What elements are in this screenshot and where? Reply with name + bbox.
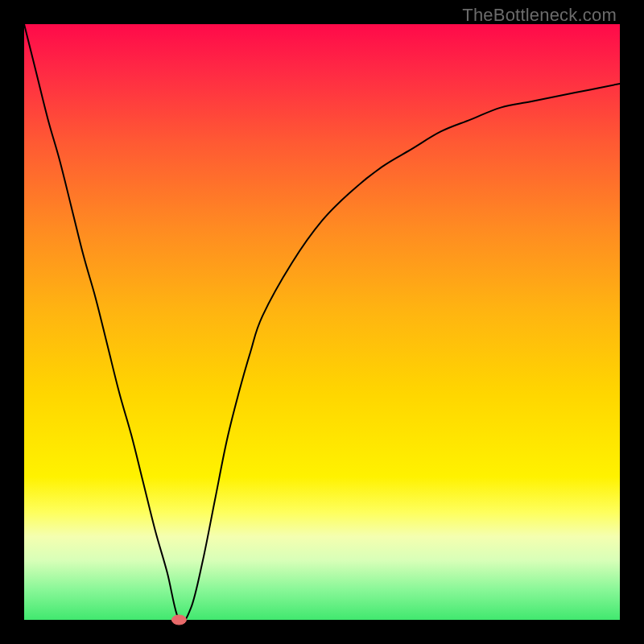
- chart-stage: TheBottleneck.com: [0, 0, 644, 644]
- curve-svg: [24, 24, 620, 620]
- bottleneck-curve: [24, 24, 620, 622]
- plot-area: [24, 24, 620, 620]
- credit-text: TheBottleneck.com: [462, 5, 617, 26]
- min-marker: [171, 615, 186, 625]
